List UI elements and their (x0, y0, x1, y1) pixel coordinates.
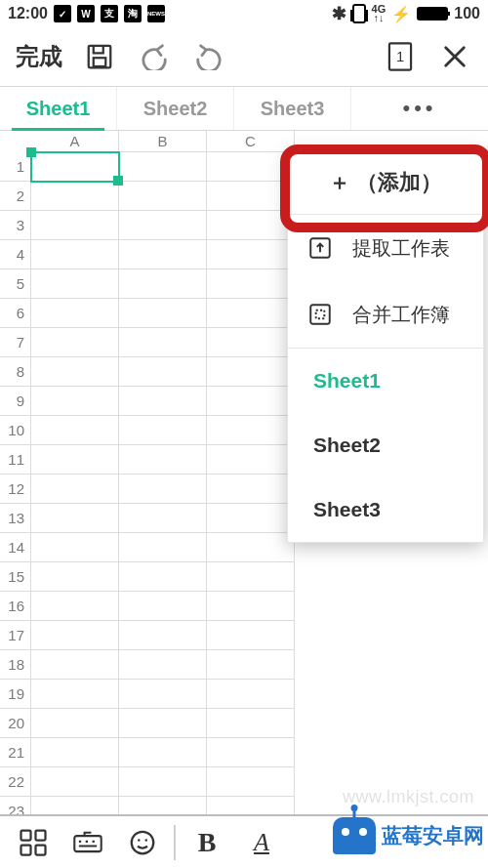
menu-merge-workbook[interactable]: 合并工作簿 (288, 281, 483, 348)
cell-B20[interactable] (119, 709, 207, 738)
cell-C16[interactable] (207, 592, 295, 621)
cell-C3[interactable] (207, 211, 295, 240)
close-button[interactable] (431, 33, 478, 80)
row-header-8[interactable]: 8 (0, 357, 31, 387)
menu-add-sheet[interactable]: ＋ （添加） (288, 151, 483, 214)
cell-C5[interactable] (207, 269, 295, 299)
bold-button[interactable]: B (180, 815, 234, 868)
cell-A16[interactable] (31, 592, 119, 621)
row-header-20[interactable]: 20 (0, 709, 31, 738)
cell-C18[interactable] (207, 650, 295, 680)
col-header-C[interactable]: C (207, 131, 295, 152)
cell-C9[interactable] (207, 387, 295, 416)
cell-A4[interactable] (31, 240, 119, 269)
cell-A19[interactable] (31, 680, 119, 709)
menu-extract-sheet[interactable]: 提取工作表 (288, 215, 483, 281)
cell-C10[interactable] (207, 416, 295, 445)
cell-C22[interactable] (207, 767, 295, 797)
row-header-7[interactable]: 7 (0, 328, 31, 357)
cell-B12[interactable] (119, 475, 207, 504)
apps-button[interactable] (6, 815, 61, 868)
cell-A17[interactable] (31, 621, 119, 650)
cell-B5[interactable] (119, 269, 207, 299)
row-header-3[interactable]: 3 (0, 211, 31, 240)
redo-button[interactable] (185, 33, 232, 80)
row-header-19[interactable]: 19 (0, 680, 31, 709)
cell-B21[interactable] (119, 738, 207, 767)
row-header-12[interactable]: 12 (0, 475, 31, 504)
row-header-18[interactable]: 18 (0, 650, 31, 680)
col-header-B[interactable]: B (119, 131, 207, 152)
row-header-22[interactable]: 22 (0, 767, 31, 797)
row-header-14[interactable]: 14 (0, 533, 31, 562)
cell-C7[interactable] (207, 328, 295, 357)
cell-A14[interactable] (31, 533, 119, 562)
cell-C2[interactable] (207, 182, 295, 211)
sheet-tab-2[interactable]: Sheet2 (117, 87, 234, 130)
cell-C21[interactable] (207, 738, 295, 767)
row-header-5[interactable]: 5 (0, 269, 31, 299)
done-button[interactable]: 完成 (10, 41, 68, 72)
cell-B4[interactable] (119, 240, 207, 269)
row-header-15[interactable]: 15 (0, 562, 31, 592)
cell-B11[interactable] (119, 445, 207, 475)
sheet-tab-3[interactable]: Sheet3 (234, 87, 351, 130)
cell-B17[interactable] (119, 621, 207, 650)
save-button[interactable] (76, 33, 123, 80)
cell-B14[interactable] (119, 533, 207, 562)
undo-button[interactable] (131, 33, 178, 80)
cell-C17[interactable] (207, 621, 295, 650)
cell-C4[interactable] (207, 240, 295, 269)
cell-C15[interactable] (207, 562, 295, 592)
cell-B22[interactable] (119, 767, 207, 797)
cell-B13[interactable] (119, 504, 207, 533)
keyboard-button[interactable] (61, 815, 115, 868)
cell-C20[interactable] (207, 709, 295, 738)
cell-A5[interactable] (31, 269, 119, 299)
page-indicator[interactable]: 1 (377, 33, 424, 80)
menu-sheet-1[interactable]: Sheet1 (288, 349, 483, 413)
cell-B8[interactable] (119, 357, 207, 387)
row-header-2[interactable]: 2 (0, 182, 31, 211)
row-header-13[interactable]: 13 (0, 504, 31, 533)
cell-A12[interactable] (31, 475, 119, 504)
cell-B7[interactable] (119, 328, 207, 357)
cell-B10[interactable] (119, 416, 207, 445)
cell-B3[interactable] (119, 211, 207, 240)
row-header-21[interactable]: 21 (0, 738, 31, 767)
cell-A2[interactable] (31, 182, 119, 211)
cell-C12[interactable] (207, 475, 295, 504)
cell-B2[interactable] (119, 182, 207, 211)
cell-A22[interactable] (31, 767, 119, 797)
cell-A8[interactable] (31, 357, 119, 387)
cell-A1[interactable] (31, 152, 119, 182)
cell-C11[interactable] (207, 445, 295, 475)
cell-A7[interactable] (31, 328, 119, 357)
cell-C19[interactable] (207, 680, 295, 709)
cell-B18[interactable] (119, 650, 207, 680)
cell-C14[interactable] (207, 533, 295, 562)
font-color-button[interactable]: A (234, 815, 289, 868)
cell-B9[interactable] (119, 387, 207, 416)
cell-C6[interactable] (207, 299, 295, 328)
cell-A9[interactable] (31, 387, 119, 416)
cell-B6[interactable] (119, 299, 207, 328)
menu-sheet-3[interactable]: Sheet3 (288, 477, 483, 542)
row-header-16[interactable]: 16 (0, 592, 31, 621)
cell-B1[interactable] (119, 152, 207, 182)
cell-A6[interactable] (31, 299, 119, 328)
row-header-11[interactable]: 11 (0, 445, 31, 475)
row-header-10[interactable]: 10 (0, 416, 31, 445)
cell-C1[interactable] (207, 152, 295, 182)
cell-A10[interactable] (31, 416, 119, 445)
cell-A18[interactable] (31, 650, 119, 680)
cell-A13[interactable] (31, 504, 119, 533)
sheet-tabs-more[interactable]: ••• (351, 87, 488, 130)
cell-B16[interactable] (119, 592, 207, 621)
row-header-4[interactable]: 4 (0, 240, 31, 269)
cell-A11[interactable] (31, 445, 119, 475)
sheet-tab-1[interactable]: Sheet1 (0, 87, 117, 130)
col-header-A[interactable]: A (31, 131, 119, 152)
cell-A3[interactable] (31, 211, 119, 240)
row-header-6[interactable]: 6 (0, 299, 31, 328)
